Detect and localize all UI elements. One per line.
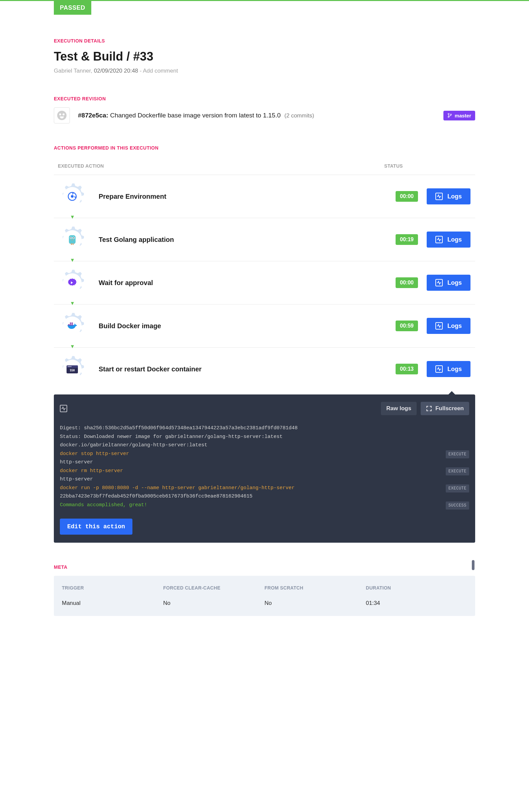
meta-value-duration: 01:34 [366, 600, 467, 607]
action-row: SSH Start or restart Docker container 00… [54, 348, 475, 390]
actions-table-header: EXECUTED ACTION STATUS [54, 157, 475, 175]
commits-link[interactable]: (2 commits) [284, 112, 314, 119]
action-icon-wrap: SSH [54, 354, 91, 385]
duration-pill: 00:00 [396, 277, 418, 288]
svg-point-4 [71, 195, 74, 198]
logs-button[interactable]: Logs [427, 361, 470, 377]
log-line: Digest: sha256:536bc2d5a5ff50d06f964d573… [60, 424, 469, 433]
fullscreen-icon [426, 406, 432, 411]
chevron-down-icon: ▾ [71, 343, 74, 350]
add-comment-link[interactable]: Add comment [143, 68, 178, 74]
action-icon [63, 230, 82, 249]
activity-icon [435, 236, 443, 243]
svg-point-2 [451, 114, 452, 115]
col-header-status: STATUS [384, 163, 471, 169]
log-lines: Digest: sha256:536bc2d5a5ff50d06f964d573… [60, 424, 469, 509]
revision-text[interactable]: #872e5ca: Changed Dockerfile base image … [78, 112, 435, 119]
action-name[interactable]: Start or restart Docker container [91, 365, 396, 373]
log-line: http-server [60, 458, 469, 467]
commit-hash: #872e5ca: [78, 112, 108, 119]
log-line: docker run -p 8080:8080 -d --name http-s… [60, 484, 469, 492]
action-row: ▾ Wait for approval 00:00 Logs [54, 261, 475, 304]
logs-button[interactable]: Logs [427, 275, 470, 291]
action-icon-wrap: ▾ [54, 310, 91, 341]
status-badge: PASSED [54, 1, 91, 15]
svg-point-10 [72, 240, 73, 241]
action-icon [63, 273, 82, 292]
svg-rect-14 [70, 324, 71, 325]
section-executed-revision: EXECUTED REVISION [54, 96, 475, 101]
action-icon-wrap: ▾ [54, 181, 91, 212]
meta-header-duration: DURATION [366, 585, 467, 591]
svg-point-21 [69, 366, 70, 367]
log-line: Commands accomplished, great!SUCCESS [60, 501, 469, 510]
author-name: Gabriel Tanner, [54, 68, 92, 74]
log-line: docker.io/gabrieltanner/golang-http-serv… [60, 441, 469, 450]
svg-point-1 [448, 116, 450, 118]
svg-rect-15 [72, 324, 73, 325]
log-tag: EXECUTE [446, 484, 469, 492]
activity-icon [435, 365, 443, 373]
action-name[interactable]: Prepare Environment [91, 193, 396, 200]
duration-pill: 00:59 [396, 320, 418, 331]
branch-tag[interactable]: master [443, 111, 475, 120]
section-meta: META [54, 564, 475, 570]
svg-point-22 [71, 366, 72, 367]
activity-icon [60, 405, 67, 412]
chevron-down-icon: ▾ [71, 213, 74, 220]
log-line: docker rm http-serverEXECUTE [60, 467, 469, 475]
scrollbar-thumb[interactable] [472, 560, 474, 570]
svg-rect-11 [71, 243, 72, 245]
action-icon: SSH [63, 360, 82, 378]
log-line: Status: Downloaded newer image for gabri… [60, 433, 469, 441]
svg-rect-13 [68, 324, 70, 325]
meta-value-cache: No [163, 600, 265, 607]
meta-header-trigger: TRIGGER [62, 585, 163, 591]
raw-logs-button[interactable]: Raw logs [381, 402, 417, 415]
svg-rect-16 [70, 322, 71, 324]
meta-header-scratch: FROM SCRATCH [265, 585, 366, 591]
chevron-down-icon: ▾ [71, 256, 74, 264]
action-icon-wrap: ▾ [54, 224, 91, 255]
action-icon [63, 317, 82, 335]
action-name[interactable]: Wait for approval [91, 279, 396, 287]
logs-button[interactable]: Logs [427, 232, 470, 248]
fullscreen-button[interactable]: Fullscreen [421, 402, 469, 415]
activity-icon [435, 322, 443, 330]
commit-message: Changed Dockerfile base image version fr… [110, 112, 281, 119]
action-name[interactable]: Test Golang application [91, 236, 396, 244]
duration-pill: 00:19 [396, 234, 418, 245]
action-row: ▾ Prepare Environment 00:00 Logs [54, 175, 475, 218]
log-line: http-server [60, 475, 469, 484]
action-icon [63, 187, 82, 206]
logs-button[interactable]: Logs [427, 318, 470, 334]
duration-pill: 00:00 [396, 191, 418, 202]
edit-action-button[interactable]: Edit this action [60, 519, 132, 535]
activity-icon [435, 279, 443, 286]
section-execution-details: EXECUTION DETAILS [54, 38, 475, 43]
svg-rect-17 [72, 322, 73, 324]
svg-point-20 [68, 366, 69, 367]
log-line: 22bba7423e73bf7fedab452f0fba9005ceb61767… [60, 492, 469, 501]
svg-point-8 [71, 237, 71, 238]
duration-pill: 00:13 [396, 364, 418, 374]
svg-point-9 [73, 237, 74, 238]
log-line: docker stop http-serverEXECUTE [60, 450, 469, 458]
branch-icon [447, 113, 452, 118]
activity-icon [435, 193, 443, 200]
meta-value-scratch: No [265, 600, 366, 607]
meta-header-cache: FORCED CLEAR-CACHE [163, 585, 265, 591]
page-title: Test & Build / #33 [54, 49, 475, 63]
action-row: ▾ Test Golang application 00:19 Logs [54, 218, 475, 261]
section-actions: ACTIONS PERFORMED IN THIS EXECUTION [54, 145, 475, 150]
svg-rect-12 [73, 243, 74, 245]
svg-point-0 [448, 113, 450, 115]
log-tag: EXECUTE [446, 450, 469, 458]
execution-timestamp: 02/09/2020 20:48 [94, 68, 138, 74]
logs-button[interactable]: Logs [427, 188, 470, 204]
action-row: ▾ Build Docker image 00:59 Logs [54, 304, 475, 348]
svg-text:SSH: SSH [70, 369, 75, 372]
action-name[interactable]: Build Docker image [91, 322, 396, 330]
chevron-down-icon: ▾ [71, 300, 74, 307]
meta-table: TRIGGER FORCED CLEAR-CACHE FROM SCRATCH … [54, 576, 475, 616]
